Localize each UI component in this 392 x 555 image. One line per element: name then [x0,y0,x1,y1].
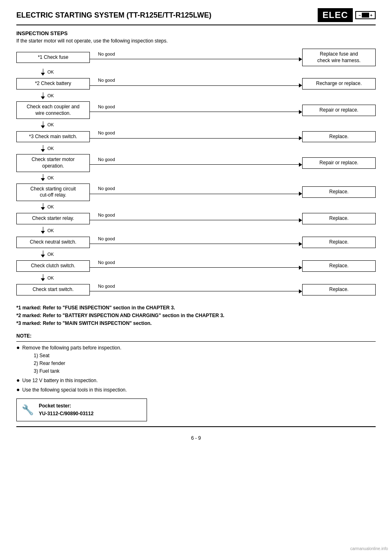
step-check-start-switch: Check start switch. [16,284,90,295]
numbered-list: 1) Seat 2) Rear fender 3) Fuel tank [33,352,121,376]
ok-row-8: OK [41,248,376,260]
ok-row-3: OK [41,119,376,130]
step-check-main-switch: *3 Check main switch. [16,131,90,143]
result-repair-coupler: Repair or replace. [302,105,376,116]
footnote-3: *3 marked: Refer to "MAIN SWITCH INSPECT… [16,320,376,327]
flowchart: *1 Check fuse No good Replace fuse andch… [16,49,376,296]
step-check-fuse: *1 Check fuse [16,52,90,63]
note-text-3: Use the following special tools in this … [22,386,127,394]
watermark: carmanualonline.info [350,546,388,551]
flow-row-8: Check neutral switch. No good Replace. [16,236,376,248]
note-bullet-2: ● Use 12 V battery in this inspection. [16,377,376,385]
step-check-coupler: Check each coupler andwire connection. [16,101,90,119]
no-good-label-1: No good [98,51,115,56]
note-text-1: Remove the following parts before inspec… [22,345,121,351]
note-bullet-3: ● Use the following special tools in thi… [16,386,376,394]
ok-label-5: OK [47,175,54,180]
battery-icon: − + [355,11,376,19]
inspection-subtitle: If the starter motor will not operate, u… [16,38,376,44]
ok-label-6: OK [47,204,54,209]
flow-row-2: *2 Check battery No good Recharge or rep… [16,78,376,90]
result-replace-starter-relay: Replace. [302,213,376,224]
ok-row-5: OK [41,172,376,184]
ok-label-9: OK [47,275,54,280]
list-item-1: 1) Seat [33,352,121,360]
no-good-label-2: No good [98,78,115,83]
result-replace-clutch: Replace. [302,260,376,272]
flow-row-6: Check starting circuitcut-off relay. No … [16,184,376,201]
elec-label: ELEC [318,8,353,22]
flow-row-4: *3 Check main switch. No good Replace. [16,130,376,143]
note-label: NOTE: [16,332,376,341]
tester-info: Pocket tester: YU-3112-C/90890-03112 [39,402,94,418]
result-repair-motor: Repair or replace. [302,157,376,169]
flow-row-3: Check each coupler andwire connection. N… [16,101,376,119]
note-text-2: Use 12 V battery in this inspection. [22,377,98,385]
result-replace-fuse: Replace fuse andcheck wire harness. [302,49,376,66]
note-bullet-1: ● Remove the following parts before insp… [16,344,376,376]
tester-icon: 🔧 [22,402,34,418]
footnote-1: *1 marked: Refer to "FUSE INSPECTION" se… [16,304,376,312]
step-check-starter-motor: Check starter motoroperation. [16,154,90,172]
no-good-label-7: No good [98,213,115,217]
ok-row-2: OK [41,90,376,101]
ok-row-4: OK [41,143,376,154]
bullet-icon-3: ● [16,386,20,393]
ok-row-7: OK [41,225,376,236]
list-item-2: 2) Rear fender [33,360,121,367]
flow-row-9: Check clutch switch. No good Replace. [16,260,376,272]
tester-model: YU-3112-C/90890-03112 [39,411,94,416]
no-good-label-6: No good [98,186,115,191]
ok-row-6: OK [41,201,376,213]
flow-row-10: Check start switch. No good Replace. [16,284,376,296]
footnotes-section: *1 marked: Refer to "FUSE INSPECTION" se… [16,304,376,328]
ok-row-1: OK [41,66,376,78]
ok-label-2: OK [47,93,54,98]
ok-row-9: OK [41,272,376,284]
list-item-3: 3) Fuel tank [33,367,121,375]
result-replace-start: Replace. [302,284,376,295]
pocket-tester-box: 🔧 Pocket tester: YU-3112-C/90890-03112 [16,398,147,421]
page-number: 6 - 9 [16,435,376,441]
tester-label: Pocket tester: [39,403,71,409]
step-check-battery: *2 Check battery [16,78,90,90]
no-good-label-3: No good [98,104,115,109]
no-good-label-9: No good [98,260,115,265]
page-title: ELECTRIC STARTING SYSTEM (TT-R125E/TT-R1… [16,11,212,20]
bullet-icon-2: ● [16,377,20,384]
result-recharge: Recharge or replace. [302,78,376,90]
elec-badge: ELEC − + [318,8,376,22]
step-check-neutral-switch: Check neutral switch. [16,237,90,248]
no-good-label-10: No good [98,284,115,289]
ok-label-3: OK [47,122,54,127]
no-good-label-4: No good [98,130,115,135]
result-replace-neutral: Replace. [302,237,376,248]
no-good-label-5: No good [98,157,115,162]
step-check-cutoff-relay: Check starting circuitcut-off relay. [16,184,90,201]
step-check-starter-relay: Check starter relay. [16,213,90,224]
flow-row-1: *1 Check fuse No good Replace fuse andch… [16,49,376,66]
ok-label-1: OK [47,69,54,74]
ok-label-7: OK [47,228,54,233]
bullet-icon-1: ● [16,344,20,351]
ok-label-8: OK [47,252,54,257]
footnote-2: *2 marked: Refer to "BATTERY INSPECTION … [16,312,376,320]
ok-label-4: OK [47,146,54,151]
result-replace-cutoff: Replace. [302,186,376,198]
result-replace-main: Replace. [302,131,376,143]
flow-row-5: Check starter motoroperation. No good Re… [16,154,376,172]
step-check-clutch-switch: Check clutch switch. [16,260,90,272]
page-header: ELECTRIC STARTING SYSTEM (TT-R125E/TT-R1… [16,8,376,25]
no-good-label-8: No good [98,236,115,241]
inspection-title: INSPECTION STEPS [16,30,376,36]
note-section: NOTE: ● Remove the following parts befor… [16,332,376,427]
flow-row-7: Check starter relay. No good Replace. [16,213,376,225]
